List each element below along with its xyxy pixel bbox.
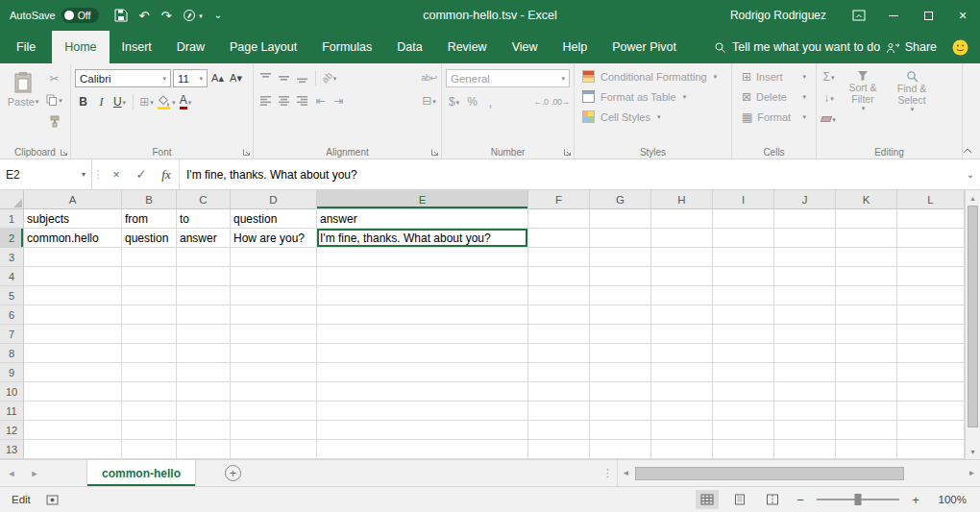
cell-A11[interactable] [24,402,122,421]
cell-H6[interactable] [651,305,713,325]
save-button[interactable] [114,9,128,22]
row-header-3[interactable]: 3 [0,248,24,267]
align-left-button[interactable] [257,92,274,110]
cell-D3[interactable] [231,248,317,267]
zoom-out-button[interactable]: − [794,493,807,507]
cell-B12[interactable] [122,421,177,440]
minimize-button[interactable] [876,0,911,31]
clipboard-dialog-launcher[interactable] [60,148,68,157]
cell-H12[interactable] [651,421,713,440]
tab-formulas[interactable]: Formulas [309,31,384,63]
cell-K10[interactable] [836,382,897,402]
cell-A2[interactable]: common.hello [24,229,122,248]
cell-D5[interactable] [231,286,317,305]
cell-C7[interactable] [177,325,231,344]
decrease-indent-button[interactable]: ⇤ [312,92,329,110]
increase-decimal-button[interactable]: ←.0 [532,93,549,110]
cell-G9[interactable] [590,363,651,382]
cell-G4[interactable] [590,267,651,286]
horizontal-scroll-thumb[interactable] [635,467,904,480]
sort-filter-button[interactable]: Sort & Filter ▾ [840,68,886,128]
cell-F7[interactable] [528,325,590,344]
bold-button[interactable]: B [75,93,91,110]
row-header-7[interactable]: 7 [0,325,24,344]
cell-B11[interactable] [122,402,177,421]
cell-K12[interactable] [836,421,897,440]
cell-J6[interactable] [774,305,836,325]
hscroll-left-icon[interactable]: ◄ [618,460,634,486]
zoom-slider-thumb[interactable] [855,494,862,505]
cell-J3[interactable] [774,248,836,267]
percent-style-button[interactable]: % [464,93,480,110]
autosum-button[interactable]: Σ▾ [821,68,837,85]
cell-C11[interactable] [177,402,231,421]
cell-F4[interactable] [528,267,590,286]
tab-review[interactable]: Review [435,31,500,63]
column-header-J[interactable]: J [774,190,836,209]
column-header-B[interactable]: B [122,190,177,209]
format-as-table-button[interactable]: Format as Table ▾ [578,86,727,107]
zoom-in-button[interactable]: + [909,493,922,507]
new-sheet-button[interactable]: + [225,465,241,481]
wrap-text-button[interactable]: ab↩ [421,69,437,86]
cell-K4[interactable] [836,267,897,286]
hscroll-right-icon[interactable]: ► [964,460,980,486]
cell-J5[interactable] [774,286,836,305]
tab-file[interactable]: File [0,31,52,63]
cell-D9[interactable] [231,363,317,382]
cell-L13[interactable] [897,440,965,459]
cell-H9[interactable] [651,363,713,382]
row-header-5[interactable]: 5 [0,286,24,305]
redo-button[interactable]: ↷ [160,10,171,22]
cell-E7[interactable] [317,325,528,344]
scroll-down-icon[interactable]: ▼ [966,444,980,459]
delete-cells-button[interactable]: ⊠ Delete ▾ [736,86,812,107]
cell-A3[interactable] [24,248,122,267]
number-format-select[interactable]: General▾ [446,69,570,87]
cell-J8[interactable] [774,344,836,363]
cell-C13[interactable] [177,440,231,459]
cell-H8[interactable] [651,344,713,363]
column-header-G[interactable]: G [590,190,651,209]
decrease-decimal-button[interactable]: .00→ [551,93,570,110]
cell-G13[interactable] [590,440,651,459]
cell-L3[interactable] [897,248,965,267]
conditional-formatting-button[interactable]: Conditional Formatting ▾ [578,66,727,86]
cell-E13[interactable] [317,440,528,459]
column-header-L[interactable]: L [897,190,965,209]
collapse-ribbon-button[interactable] [963,148,972,154]
cell-C6[interactable] [177,305,231,325]
find-select-button[interactable]: Find & Select ▾ [889,68,935,128]
cell-L11[interactable] [897,402,965,421]
column-header-A[interactable]: A [24,190,122,209]
horizontal-scroll-track[interactable] [634,460,964,486]
cell-A7[interactable] [24,325,122,344]
cell-D10[interactable] [231,382,317,402]
font-size-select[interactable]: 11▾ [173,69,208,87]
page-layout-view-button[interactable] [728,490,751,509]
cell-I4[interactable] [713,267,774,286]
cell-C12[interactable] [177,421,231,440]
vertical-scroll-thumb[interactable] [968,206,978,427]
format-painter-button[interactable] [46,112,62,130]
comma-style-button[interactable]: , [482,93,499,110]
cell-J4[interactable] [774,267,836,286]
cell-H13[interactable] [651,440,713,459]
cell-H3[interactable] [651,248,713,267]
cell-G2[interactable] [590,229,651,248]
increase-indent-button[interactable]: ⇥ [331,92,347,110]
cell-B4[interactable] [122,267,177,286]
cut-button[interactable]: ✂ [46,70,62,87]
cell-G7[interactable] [590,325,651,344]
cell-L10[interactable] [897,382,965,402]
cell-D11[interactable] [231,402,317,421]
cell-L5[interactable] [897,286,965,305]
column-header-C[interactable]: C [177,190,231,209]
cell-C1[interactable]: to [177,209,231,229]
normal-view-button[interactable] [696,490,719,509]
cell-H10[interactable] [651,382,713,402]
tab-page-layout[interactable]: Page Layout [217,31,309,63]
cell-L4[interactable] [897,267,965,286]
zoom-level[interactable]: 100% [932,494,967,505]
cell-E5[interactable] [317,286,528,305]
